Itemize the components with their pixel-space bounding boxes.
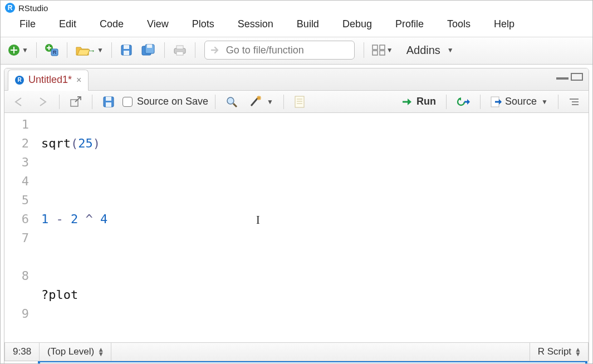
app-title: RStudio — [18, 3, 48, 13]
separator — [283, 95, 284, 109]
addins-label: Addins — [406, 44, 440, 57]
separator — [480, 95, 481, 109]
save-file-button[interactable] — [99, 94, 118, 110]
addins-button[interactable]: Addins ▼ — [406, 44, 454, 57]
svg-rect-24 — [106, 102, 111, 107]
goto-arrow-icon — [210, 45, 220, 55]
menu-debug[interactable]: Debug — [342, 18, 372, 30]
report-button[interactable] — [291, 94, 308, 110]
code-tools-button[interactable]: ▼ — [246, 94, 277, 110]
svg-rect-19 — [373, 51, 378, 55]
svg-rect-2 — [11, 50, 17, 51]
svg-rect-32 — [295, 96, 304, 107]
menu-code[interactable]: Code — [100, 18, 124, 30]
source-on-save-label: Source on Save — [137, 96, 208, 107]
svg-rect-13 — [147, 45, 152, 48]
status-bar: 9:38 (Top Level) ▲▼ R Script ▲▼ — [4, 342, 589, 361]
panes-button[interactable]: ▼ — [370, 42, 395, 58]
code-editor[interactable]: 1 2 3 4 5 6 7 8 9 sqrt(25) 1 - 2 ^ 4 ?pl… — [4, 113, 589, 364]
svg-rect-5 — [47, 47, 51, 48]
find-button[interactable] — [222, 94, 241, 110]
save-button[interactable] — [117, 42, 135, 58]
tab-untitled1[interactable]: R Untitled1* × — [8, 70, 89, 91]
tab-name: Untitled1* — [28, 74, 72, 86]
menu-session[interactable]: Session — [238, 18, 273, 30]
menu-profile[interactable]: Profile — [395, 18, 424, 30]
svg-line-26 — [233, 104, 237, 107]
chevron-down-icon: ▼ — [21, 46, 28, 54]
menu-edit[interactable]: Edit — [59, 18, 76, 30]
tabstrip: R Untitled1* × — [4, 68, 589, 91]
minimize-pane-icon[interactable] — [556, 74, 569, 80]
menu-view[interactable]: View — [147, 18, 169, 30]
svg-rect-17 — [373, 45, 378, 50]
separator — [59, 95, 60, 109]
main-toolbar: ▼ R → ▼ Go to file/function ▼ Addins ▼ — [1, 37, 592, 65]
chevron-down-icon: ▼ — [266, 98, 273, 106]
chevron-down-icon: ▼ — [385, 46, 393, 54]
updown-icon: ▲▼ — [575, 347, 580, 356]
source-button[interactable]: Source ▼ — [487, 94, 551, 110]
svg-point-25 — [227, 97, 234, 104]
separator — [558, 95, 558, 109]
show-in-new-window-button[interactable] — [66, 94, 85, 110]
editor-toolbar: Source on Save ▼ Run Source ▼ — [4, 91, 589, 113]
svg-rect-15 — [177, 46, 183, 49]
app-logo: R — [5, 3, 15, 13]
svg-rect-16 — [177, 52, 183, 55]
menu-help[interactable]: Help — [494, 18, 514, 30]
separator — [195, 42, 195, 58]
menu-plots[interactable]: Plots — [192, 18, 214, 30]
separator — [92, 95, 92, 109]
separator — [111, 42, 112, 58]
nav-back-button[interactable] — [10, 94, 29, 110]
chevron-down-icon: ▼ — [446, 46, 454, 54]
separator — [364, 42, 364, 58]
source-on-save-checkbox[interactable] — [122, 97, 133, 107]
maximize-pane-icon[interactable] — [571, 73, 583, 81]
chevron-down-icon: ▼ — [96, 46, 104, 54]
chevron-down-icon: ▼ — [540, 98, 548, 106]
svg-rect-20 — [380, 51, 385, 55]
cursor-position[interactable]: 9:38 — [5, 343, 40, 361]
separator — [36, 42, 37, 58]
save-all-button[interactable] — [139, 42, 159, 58]
goto-placeholder: Go to file/function — [226, 45, 304, 56]
gutter: 1 2 3 4 5 6 7 8 9 — [4, 113, 37, 364]
menu-file[interactable]: File — [19, 18, 36, 30]
updown-icon: ▲▼ — [97, 347, 103, 356]
svg-text:R: R — [53, 50, 57, 55]
r-file-icon: R — [15, 76, 24, 85]
goto-file-input[interactable]: Go to file/function — [204, 41, 355, 60]
language-selector[interactable]: R Script ▲▼ — [530, 343, 588, 361]
source-label: Source — [505, 96, 537, 107]
menubar: File Edit Code View Plots Session Build … — [1, 14, 592, 37]
menu-build[interactable]: Build — [297, 18, 319, 30]
menu-tools[interactable]: Tools — [447, 18, 471, 30]
outline-button[interactable] — [565, 94, 583, 110]
svg-rect-18 — [380, 45, 385, 50]
code-content[interactable]: sqrt(25) 1 - 2 ^ 4 ?plot ## Simple quant… — [37, 113, 589, 364]
run-button[interactable]: Run — [399, 94, 439, 110]
run-label: Run — [416, 96, 436, 107]
nav-forward-button[interactable] — [33, 94, 52, 110]
svg-rect-10 — [124, 51, 129, 55]
print-button[interactable] — [170, 42, 189, 58]
rerun-button[interactable] — [453, 94, 473, 110]
svg-line-27 — [251, 98, 258, 106]
separator — [67, 42, 67, 58]
source-pane: R Untitled1* × Source on Save — [4, 68, 589, 364]
separator — [446, 95, 447, 109]
close-icon[interactable]: × — [76, 75, 81, 85]
separator — [164, 42, 165, 58]
titlebar: R RStudio — [1, 1, 592, 14]
separator — [215, 95, 215, 109]
svg-rect-23 — [106, 97, 111, 101]
new-project-button[interactable]: R — [42, 42, 61, 58]
svg-rect-9 — [124, 45, 129, 49]
scope-selector[interactable]: (Top Level) ▲▼ — [40, 343, 111, 361]
new-file-button[interactable]: ▼ — [5, 42, 31, 58]
open-file-button[interactable]: → ▼ — [73, 42, 106, 58]
